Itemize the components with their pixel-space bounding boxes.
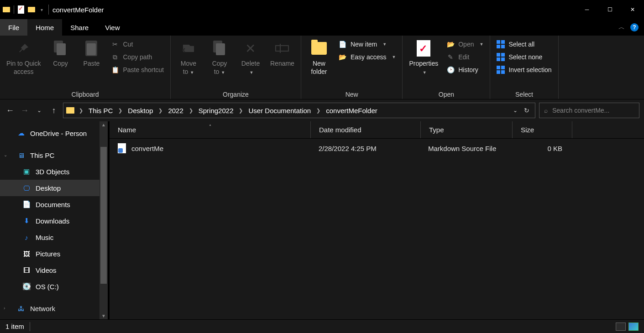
group-label: Organize [223,89,249,98]
invert-selection-button[interactable]: Invert selection [495,65,553,75]
music-icon: ♪ [22,233,31,241]
new-item-button[interactable]: 📄 New item▼ [337,39,398,49]
quick-access-toolbar: ▾ [3,5,45,14]
chevron-right-icon[interactable]: ❯ [187,108,195,114]
chevron-right-icon[interactable]: ❯ [77,108,85,114]
forward-button[interactable]: → [19,106,30,115]
column-size[interactable]: Size [513,126,572,134]
search-input[interactable]: ⌕ Search convertMe... [539,103,639,118]
new-folder-qat-icon[interactable] [28,7,35,12]
back-button[interactable]: ← [5,106,16,115]
file-name: convertMe [131,145,163,152]
search-placeholder: Search convertMe... [552,107,609,114]
copy-button[interactable]: Copy [47,38,73,69]
nav-desktop[interactable]: 🖵 Desktop [0,180,108,196]
tab-view[interactable]: View [97,19,128,36]
nav-documents[interactable]: 📄 Documents [0,196,108,213]
separator [48,5,49,15]
edit-icon: ✎ [446,53,455,61]
breadcrumb-item[interactable]: Spring2022 [198,107,235,114]
sort-indicator-icon: ˄ [209,124,211,129]
scroll-down-icon[interactable]: ▼ [99,313,108,318]
history-icon: 🕑 [446,66,455,74]
chevron-right-icon[interactable]: › [4,306,5,311]
nav-scrollbar[interactable]: ▲ ▼ [99,121,108,319]
file-size: 0 KB [511,145,571,152]
up-button[interactable]: ↑ [48,106,59,115]
column-type[interactable]: Type [421,126,512,134]
nav-onedrive[interactable]: ☁ OneDrive - Person [0,125,108,141]
properties-qat-icon[interactable] [18,5,24,14]
chevron-right-icon[interactable]: ❯ [237,108,245,114]
recent-locations-button[interactable]: ⌄ [34,107,45,114]
paste-shortcut-button[interactable]: 📋 Paste shortcut [109,65,166,75]
edit-button[interactable]: ✎ Edit [445,52,485,62]
nav-pictures[interactable]: 🖼 Pictures [0,245,108,262]
status-item-count: 1 item [5,323,24,330]
move-to-button[interactable]: Move to▼ [175,38,202,78]
minimize-button[interactable]: ─ [576,0,598,19]
copy-to-button[interactable]: Copy to▼ [206,38,233,78]
large-icons-view-button[interactable] [628,323,639,331]
column-date[interactable]: Date modified [311,126,420,134]
nav-downloads[interactable]: ⬇ Downloads [0,213,108,229]
qat-customize-icon[interactable]: ▾ [39,7,45,12]
title-bar: ▾ convertMeFolder ─ ☐ ✕ [0,0,644,19]
tab-home[interactable]: Home [27,19,62,36]
nav-videos[interactable]: 🎞 Videos [0,262,108,278]
tab-share[interactable]: Share [62,19,97,36]
nav-network[interactable]: › 🖧 Network [0,300,108,317]
file-type: Markdown Source File [420,145,511,152]
paste-button[interactable]: Paste [78,38,105,69]
maximize-button[interactable]: ☐ [598,0,621,19]
network-icon: 🖧 [16,304,26,312]
file-row[interactable]: convertMe 2/28/2022 4:25 PM Markdown Sou… [110,139,644,158]
easy-access-button[interactable]: 📂 Easy access▼ [337,52,398,62]
cut-button[interactable]: ✂ Cut [109,39,166,49]
nav-3d-objects[interactable]: ▣ 3D Objects [0,163,108,180]
nav-music[interactable]: ♪ Music [0,229,108,245]
tab-file[interactable]: File [0,19,27,36]
properties-button[interactable]: Properties▼ [407,38,440,78]
details-view-button[interactable] [616,323,626,331]
new-folder-button[interactable]: New folder [306,38,332,78]
nav-this-pc[interactable]: ⌄ 🖥 This PC [0,147,108,163]
chevron-down-icon[interactable]: ⌄ [4,152,7,157]
chevron-right-icon[interactable]: ❯ [116,108,124,114]
scrollbar-thumb[interactable] [100,147,107,284]
address-bar[interactable]: ❯ This PC ❯ Desktop ❯ 2022 ❯ Spring2022 … [63,103,535,118]
rename-button[interactable]: Rename [268,38,296,69]
breadcrumb-item[interactable]: User Documentation [247,107,312,114]
nav-os-drive[interactable]: 💽 OS (C:) [0,278,108,295]
select-all-button[interactable]: Select all [495,39,553,49]
help-icon[interactable]: ? [630,23,639,31]
column-headers: Name ˄ Date modified Type Size [110,121,644,139]
copy-path-button[interactable]: ⧉ Copy path [109,52,166,62]
breadcrumb-item[interactable]: 2022 [167,107,184,114]
collapse-ribbon-icon[interactable]: ︿ [618,23,625,31]
drive-icon: 💽 [22,282,31,291]
breadcrumb-item[interactable]: Desktop [127,107,154,114]
column-name[interactable]: Name ˄ [110,126,310,134]
scroll-up-icon[interactable]: ▲ [99,122,108,127]
this-pc-icon: 🖥 [16,151,26,159]
paste-shortcut-icon: 📋 [111,66,119,74]
refresh-button[interactable]: ↻ [524,107,529,114]
body: ☁ OneDrive - Person ⌄ 🖥 This PC ▣ 3D Obj… [0,121,644,319]
delete-button[interactable]: ✕ Delete▼ [237,38,264,78]
status-bar: 1 item [0,319,644,333]
search-icon: ⌕ [544,107,548,114]
select-none-button[interactable]: Select none [495,52,553,62]
address-dropdown-button[interactable]: ⌄ [513,107,518,114]
open-button[interactable]: 📂 Open▼ [445,39,485,49]
chevron-right-icon[interactable]: ❯ [314,108,322,114]
ribbon-group-new: New folder 📄 New item▼ 📂 Easy access▼ Ne… [301,36,403,99]
breadcrumb-item[interactable]: convertMeFolder [325,107,378,114]
chevron-right-icon[interactable]: ❯ [157,108,164,114]
pin-to-quick-access-button[interactable]: Pin to Quick access [5,38,42,78]
history-button[interactable]: 🕑 History [445,65,485,75]
close-button[interactable]: ✕ [621,0,644,19]
breadcrumb-item[interactable]: This PC [88,107,114,114]
folder-icon[interactable] [3,7,10,12]
group-label: Open [439,89,454,98]
